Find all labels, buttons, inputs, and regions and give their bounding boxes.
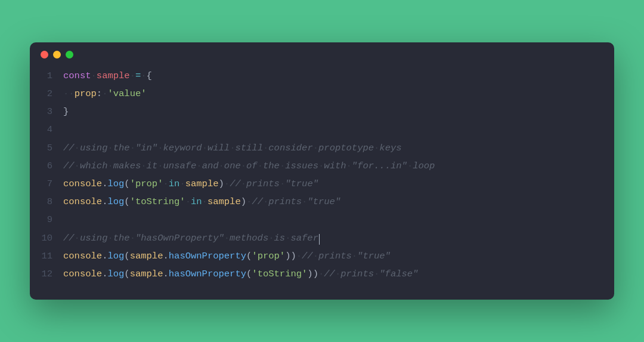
token-comment: using (80, 143, 108, 153)
token-ws: · (407, 161, 413, 171)
code-line: 2··prop:·'value' (41, 85, 603, 103)
token-punct: } (63, 106, 69, 117)
token-comment: methods (230, 233, 268, 244)
line-number: 3 (41, 103, 63, 121)
token-punct: )) (307, 269, 318, 279)
token-comment: "true" (357, 251, 391, 261)
code-content: console.log(sample.hasOwnProperty('prop'… (63, 247, 391, 265)
token-comment: is (274, 233, 286, 244)
token-ws: · (346, 161, 352, 171)
token-comment: prints (268, 196, 302, 207)
code-line: 5//·using·the·"in"·keyword·will·still·co… (41, 139, 603, 157)
token-ws: · (107, 143, 113, 153)
token-ws: · (130, 70, 135, 81)
token-ws: · (202, 196, 208, 207)
token-ws: · (352, 251, 357, 261)
token-comment: // (63, 161, 75, 171)
token-ws: · (313, 251, 318, 261)
token-ws: · (313, 143, 318, 153)
token-ws: · (196, 161, 202, 171)
token-ws: · (179, 178, 185, 189)
code-content: console.log(sample.hasOwnProperty('toStr… (63, 265, 418, 283)
token-comment: "true" (285, 178, 318, 189)
code-line: 4 (41, 121, 603, 138)
token-comment: // (230, 178, 241, 189)
token-ws: · (107, 161, 113, 171)
token-comment: prints (246, 178, 280, 189)
token-ws: · (263, 196, 268, 207)
token-comment: the (113, 143, 130, 153)
token-op: in (169, 178, 180, 189)
code-line: 1const·sample·=·{ (41, 67, 603, 85)
token-ws: · (335, 269, 340, 279)
token-punct: ( (124, 178, 129, 189)
token-ws: · (374, 269, 379, 279)
close-icon[interactable] (41, 51, 48, 58)
token-string: 'toString' (130, 196, 185, 207)
token-ws: · (302, 196, 307, 207)
code-line: 10//·using·the·"hasOwnProperty"·methods·… (41, 229, 603, 247)
token-string: 'prop' (252, 251, 285, 261)
token-ws: · (374, 143, 379, 153)
token-ws: · (157, 161, 163, 171)
token-ws: · (107, 233, 113, 244)
token-ws: · (157, 143, 163, 153)
code-editor[interactable]: 1const·sample·=·{2··prop:·'value'3}45//·… (30, 61, 614, 300)
code-line: 12console.log(sample.hasOwnProperty('toS… (41, 265, 603, 283)
token-comment: prints (318, 251, 352, 261)
token-comment: // (252, 196, 263, 207)
line-number: 6 (41, 157, 63, 175)
token-ws: · (296, 251, 302, 261)
token-comment: using (80, 233, 108, 244)
token-comment: consider (268, 143, 312, 153)
code-line: 6//·which·makes·it·unsafe·and·one·of·the… (41, 157, 603, 175)
code-line: 7console.log('prop'·in·sample)·//·prints… (41, 175, 603, 193)
token-comment: will (208, 143, 230, 153)
code-window: 1const·sample·=·{2··prop:·'value'3}45//·… (30, 42, 614, 300)
token-ws: · (318, 269, 324, 279)
token-op: in (191, 196, 202, 207)
token-comment: makes (113, 161, 141, 171)
line-number: 2 (41, 85, 63, 103)
token-punct: . (163, 251, 168, 261)
token-console: console (63, 251, 102, 261)
token-string: 'value' (107, 88, 146, 99)
token-punct: ) (241, 196, 246, 207)
token-method: log (107, 178, 124, 189)
token-method: hasOwnProperty (169, 251, 246, 261)
token-method: hasOwnProperty (169, 269, 246, 279)
token-console: console (63, 178, 102, 189)
token-ws: · (241, 178, 246, 189)
token-punct: ( (124, 269, 129, 279)
token-comment: "in" (135, 143, 157, 153)
token-console: console (63, 269, 102, 279)
token-ws: · (75, 161, 80, 171)
minimize-icon[interactable] (53, 51, 61, 58)
zoom-icon[interactable] (66, 51, 73, 58)
token-comment: loop (413, 161, 435, 171)
code-content: console.log('prop'·in·sample)·//·prints·… (63, 175, 318, 193)
token-punct: ( (124, 251, 129, 261)
token-ws: · (219, 161, 224, 171)
token-ws: · (75, 143, 80, 153)
token-comment: "for...in" (352, 161, 407, 171)
token-comment: keys (379, 143, 401, 153)
token-punct: ( (124, 196, 129, 207)
token-prop: prop (75, 88, 97, 99)
token-ws: · (280, 178, 285, 189)
token-ws: · (258, 161, 263, 171)
token-punct: ) (219, 178, 224, 189)
line-number: 11 (41, 247, 63, 265)
line-number: 1 (41, 67, 63, 85)
token-comment: safer (290, 233, 318, 244)
code-line: 3} (41, 103, 603, 121)
token-param: sample (208, 196, 241, 207)
token-comment: "hasOwnProperty" (135, 233, 224, 244)
code-content: //·using·the·"hasOwnProperty"·methods·is… (63, 229, 320, 247)
code-content: } (63, 103, 69, 121)
code-content: //·which·makes·it·unsafe·and·one·of·the·… (63, 157, 435, 175)
token-ws: · (280, 161, 285, 171)
token-ws: · (63, 88, 69, 99)
line-number: 4 (41, 121, 63, 138)
text-cursor (319, 234, 320, 245)
